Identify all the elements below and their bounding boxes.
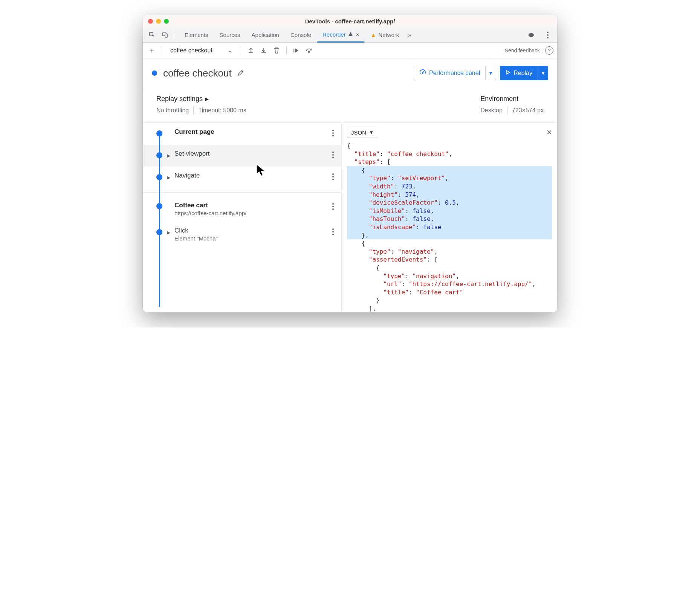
step-set-viewport[interactable]: ▶ Set viewport: [143, 145, 341, 167]
environment-info: Environment Desktop 723×574 px: [480, 95, 544, 114]
device-toggle-icon[interactable]: [159, 29, 171, 41]
new-recording-button[interactable]: ＋: [147, 46, 157, 55]
chevron-right-icon: ▶: [167, 175, 170, 180]
n-title: Coffee cart: [420, 289, 460, 296]
minimize-window-button[interactable]: [156, 19, 161, 24]
export-icon[interactable]: [246, 45, 256, 56]
code-body[interactable]: { "title": "coffee checkout", "steps": […: [347, 140, 552, 312]
step-title: Coffee cart: [174, 202, 246, 209]
settings-gear-icon[interactable]: [525, 29, 538, 41]
tab-label: Recorder: [322, 31, 346, 38]
send-feedback-link[interactable]: Send feedback: [505, 47, 540, 54]
n-url: https://coffee-cart.netlify.app/: [412, 280, 528, 288]
status-indicator: [152, 70, 157, 76]
divider: [286, 46, 287, 55]
step-subtitle: Element "Mocha": [174, 235, 218, 242]
tab-sources[interactable]: Sources: [214, 28, 246, 43]
button-label: Replay: [514, 70, 532, 77]
v-touch: false: [412, 215, 430, 222]
warning-icon: ▲: [370, 32, 376, 38]
close-code-panel-icon[interactable]: ×: [547, 127, 552, 138]
tab-label: Sources: [220, 32, 240, 38]
tab-recorder[interactable]: Recorder ×: [317, 28, 364, 43]
recording-title: coffee checkout: [163, 67, 232, 79]
tab-elements[interactable]: Elements: [179, 28, 214, 43]
settings-row: Replay settings ▶ No throttling Timeout:…: [143, 88, 557, 123]
step-title: Navigate: [174, 172, 200, 179]
traffic-lights: [148, 19, 169, 24]
divider: [162, 46, 162, 55]
replay-dropdown[interactable]: ▾: [538, 66, 548, 80]
tab-label: Console: [290, 32, 311, 38]
zoom-window-button[interactable]: [164, 19, 169, 24]
window-titlebar: DevTools - coffee-cart.netlify.app/: [143, 15, 557, 28]
chevron-down-icon: ⌄: [228, 47, 232, 54]
replay-settings[interactable]: Replay settings ▶ No throttling Timeout:…: [156, 95, 246, 114]
step-menu-icon[interactable]: [332, 203, 334, 210]
chevron-right-icon: ▶: [167, 230, 170, 235]
devtools-tabstrip: Elements Sources Application Console Rec…: [143, 28, 557, 43]
code-header: JSON ▾ ×: [347, 127, 552, 138]
main-content: Current page ▶ Set viewport ▶ Navigate C…: [143, 123, 557, 312]
json-title: coffee checkout: [391, 150, 445, 158]
replay-settings-label: Replay settings: [156, 95, 203, 103]
step-navigate[interactable]: ▶ Navigate: [143, 167, 341, 188]
chevron-right-icon: ▶: [167, 153, 170, 158]
step-title: Current page: [174, 128, 214, 136]
step-menu-icon[interactable]: [332, 130, 334, 136]
performance-panel-button[interactable]: Performance panel: [414, 66, 486, 80]
more-tabs[interactable]: »: [405, 28, 414, 43]
gauge-icon: [419, 69, 426, 77]
svg-rect-2: [165, 34, 167, 37]
dimensions-value: 723×574 px: [512, 107, 544, 114]
step-coffee-cart[interactable]: Coffee cart https://coffee-cart.netlify.…: [143, 193, 341, 222]
close-tab-icon[interactable]: ×: [356, 31, 359, 38]
recording-name: coffee checkout: [170, 47, 212, 54]
step-menu-icon[interactable]: [332, 173, 334, 180]
help-icon[interactable]: ?: [545, 46, 553, 55]
v-landscape: false: [423, 223, 441, 231]
step-title: Set viewport: [174, 150, 210, 158]
environment-label: Environment: [480, 95, 544, 103]
kebab-menu-icon[interactable]: [541, 29, 554, 41]
v-dsf: 0.5: [445, 199, 456, 206]
step-current-page[interactable]: Current page: [143, 123, 341, 145]
tab-network[interactable]: ▲ Network: [365, 28, 404, 43]
n-type: navigate: [402, 248, 431, 255]
chevron-right-icon: ▶: [205, 96, 209, 102]
recorder-toolbar: ＋ coffee checkout ⌄ Send feedback ?: [143, 43, 557, 58]
recording-selector[interactable]: coffee checkout ⌄: [167, 47, 236, 54]
divider: [174, 31, 174, 39]
tab-application[interactable]: Application: [246, 28, 284, 43]
devtools-window: DevTools - coffee-cart.netlify.app/ Elem…: [143, 15, 557, 312]
inspect-icon[interactable]: [146, 29, 159, 41]
step-menu-icon[interactable]: [332, 152, 334, 158]
perf-dropdown[interactable]: ▾: [486, 66, 496, 80]
step-title: Click: [174, 227, 218, 234]
timeout-value: Timeout: 5000 ms: [198, 107, 246, 114]
chevron-down-icon: ▾: [370, 129, 373, 136]
timeline-line: [159, 133, 160, 307]
flask-icon: [348, 31, 353, 38]
replay-button[interactable]: Replay: [500, 66, 538, 80]
import-icon[interactable]: [258, 45, 269, 56]
device-value: Desktop: [480, 107, 503, 114]
step-over-icon[interactable]: [291, 45, 302, 56]
timeline-dot: [156, 152, 162, 158]
button-label: Performance panel: [429, 70, 480, 77]
format-label: JSON: [351, 129, 366, 136]
step-icon[interactable]: [304, 45, 315, 56]
v-mobile: false: [412, 207, 430, 214]
divider: [507, 107, 507, 114]
tab-console[interactable]: Console: [285, 28, 316, 43]
timeline-dot: [156, 203, 162, 209]
close-window-button[interactable]: [148, 19, 153, 24]
divider: [193, 107, 194, 114]
delete-icon[interactable]: [271, 45, 282, 56]
code-panel: JSON ▾ × { "title": "coffee checkout", "…: [342, 123, 557, 312]
step-click[interactable]: ▶ Click Element "Mocha": [143, 222, 341, 247]
format-selector[interactable]: JSON ▾: [347, 127, 377, 138]
tab-label: Application: [252, 32, 279, 38]
step-menu-icon[interactable]: [332, 228, 334, 235]
edit-title-icon[interactable]: [237, 69, 245, 78]
